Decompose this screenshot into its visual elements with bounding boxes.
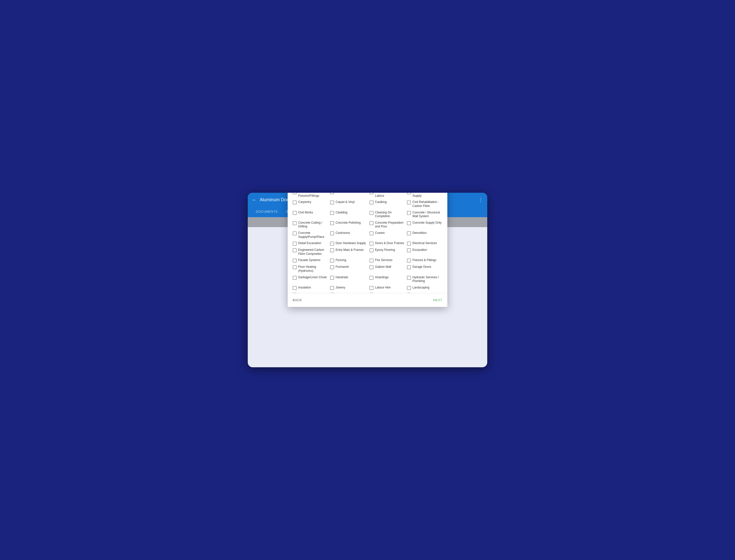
category-checkbox[interactable]: [370, 200, 374, 204]
category-item[interactable]: Hoardings: [370, 275, 405, 284]
category-checkbox[interactable]: [330, 221, 334, 225]
category-label: Facade Systems: [298, 258, 320, 262]
category-checkbox[interactable]: [370, 193, 374, 194]
category-checkbox[interactable]: [370, 248, 374, 252]
category-item[interactable]: Door Hardware Supply: [330, 241, 368, 246]
modal-overlay: Expression of interest ✕ ✓ Select Compan…: [248, 217, 487, 227]
category-item[interactable]: Carpet & Vinyl: [330, 200, 368, 208]
category-label: Garbage/Linen Chute: [298, 276, 327, 280]
category-item[interactable]: Fire Services: [370, 258, 405, 263]
category-item[interactable]: Facade Systems: [293, 258, 328, 263]
category-item[interactable]: Floor Heating (Hydronics): [293, 265, 328, 273]
category-checkbox[interactable]: [293, 276, 297, 280]
category-item[interactable]: Gabion Wall: [370, 265, 405, 273]
category-item[interactable]: Bin / Waste: [330, 193, 368, 198]
category-item[interactable]: Doors & Door Frames: [370, 241, 405, 246]
category-item[interactable]: Bathroom Fixtures/Fittings: [293, 193, 328, 198]
menu-button[interactable]: ⋮: [478, 197, 483, 203]
category-item[interactable]: Coolrooms: [330, 231, 368, 239]
category-item[interactable]: Concrete Supply Only: [407, 220, 442, 229]
category-item[interactable]: Demolition: [407, 231, 442, 239]
category-checkbox[interactable]: [407, 248, 411, 252]
category-checkbox[interactable]: [293, 286, 297, 290]
category-checkbox[interactable]: [407, 193, 411, 194]
category-checkbox[interactable]: [370, 276, 374, 280]
category-checkbox[interactable]: [370, 231, 374, 235]
category-checkbox[interactable]: [293, 231, 297, 235]
category-item[interactable]: Epoxy Flooring: [370, 248, 405, 256]
category-item[interactable]: Engineered Carbon Fibre Composites: [293, 248, 328, 256]
category-label: Hydraulic Services / Plumbing: [413, 276, 442, 283]
category-item[interactable]: Detail Excavation: [293, 241, 328, 246]
category-checkbox[interactable]: [407, 276, 411, 280]
category-checkbox[interactable]: [330, 276, 334, 280]
category-item[interactable]: Hydraulic Services / Plumbing: [407, 275, 442, 284]
category-checkbox[interactable]: [293, 259, 297, 263]
category-checkbox[interactable]: [293, 265, 297, 269]
category-checkbox[interactable]: [370, 221, 374, 225]
category-item[interactable]: Caulking: [370, 200, 405, 208]
category-item[interactable]: Brick/Blockwork Labour: [370, 193, 405, 198]
category-checkbox[interactable]: [330, 248, 334, 252]
category-checkbox[interactable]: [370, 242, 374, 246]
category-item[interactable]: Joinery: [330, 285, 368, 290]
category-checkbox[interactable]: [407, 221, 411, 225]
category-item[interactable]: Cranes: [370, 231, 405, 239]
category-item[interactable]: Cladding: [330, 210, 368, 219]
category-item[interactable]: Fencing: [330, 258, 368, 263]
category-checkbox[interactable]: [330, 265, 334, 269]
category-checkbox[interactable]: [407, 259, 411, 263]
category-item[interactable]: Electrical Services: [407, 241, 442, 246]
category-checkbox[interactable]: [293, 242, 297, 246]
category-checkbox[interactable]: [293, 200, 297, 204]
category-checkbox[interactable]: [293, 193, 297, 194]
category-item[interactable]: Formwork: [330, 265, 368, 273]
category-item[interactable]: Cleaning On Completion: [370, 210, 405, 219]
category-checkbox[interactable]: [293, 248, 297, 252]
category-label: Epoxy Flooring: [375, 248, 395, 252]
category-item[interactable]: Fixtures & Fittings: [407, 258, 442, 263]
category-item[interactable]: Concrete / Structural Wall System: [407, 210, 442, 219]
category-label: Fixtures & Fittings: [413, 258, 436, 262]
category-checkbox[interactable]: [330, 200, 334, 204]
category-checkbox[interactable]: [293, 221, 297, 225]
category-checkbox[interactable]: [407, 200, 411, 204]
category-checkbox[interactable]: [370, 265, 374, 269]
back-button[interactable]: ←: [252, 197, 257, 203]
category-item[interactable]: Concrete Cutting / Drilling: [293, 220, 328, 229]
category-checkbox[interactable]: [330, 259, 334, 263]
category-checkbox[interactable]: [407, 211, 411, 215]
category-label: Brick/Blockwork Supply: [413, 193, 442, 198]
category-item[interactable]: Labour Hire: [370, 285, 405, 290]
category-checkbox[interactable]: [407, 265, 411, 269]
category-checkbox[interactable]: [407, 242, 411, 246]
category-item[interactable]: Concrete Preparation and Pour: [370, 220, 405, 229]
category-checkbox[interactable]: [370, 211, 374, 215]
category-checkbox[interactable]: [330, 242, 334, 246]
category-checkbox[interactable]: [407, 231, 411, 235]
category-checkbox[interactable]: [370, 286, 374, 290]
category-item[interactable]: Civil Works: [293, 210, 328, 219]
category-checkbox[interactable]: [330, 286, 334, 290]
category-item[interactable]: Landscaping: [407, 285, 442, 290]
category-item[interactable]: Excavation: [407, 248, 442, 256]
category-item[interactable]: Concrete Polishing: [330, 220, 368, 229]
category-checkbox[interactable]: [330, 211, 334, 215]
category-item[interactable]: Insulation: [293, 285, 328, 290]
category-checkbox[interactable]: [293, 211, 297, 215]
category-item[interactable]: Handrails: [330, 275, 368, 284]
tab-documents[interactable]: DOCUMENTS: [252, 207, 282, 217]
category-checkbox[interactable]: [330, 193, 334, 194]
category-item[interactable]: Carpentry: [293, 200, 328, 208]
category-item[interactable]: Brick/Blockwork Supply: [407, 193, 442, 198]
category-checkbox[interactable]: [370, 259, 374, 263]
category-item[interactable]: Civil Rehabilitation - Carbon Fibre: [407, 200, 442, 208]
category-checkbox[interactable]: [407, 286, 411, 290]
back-button[interactable]: BACK: [293, 296, 302, 304]
category-item[interactable]: Garage Doors: [407, 265, 442, 273]
next-button[interactable]: NEXT: [433, 296, 442, 304]
category-item[interactable]: Entry Mats & Frames: [330, 248, 368, 256]
category-checkbox[interactable]: [330, 231, 334, 235]
category-item[interactable]: Concrete Supply/Pump/Place: [293, 231, 328, 239]
category-item[interactable]: Garbage/Linen Chute: [293, 275, 328, 284]
